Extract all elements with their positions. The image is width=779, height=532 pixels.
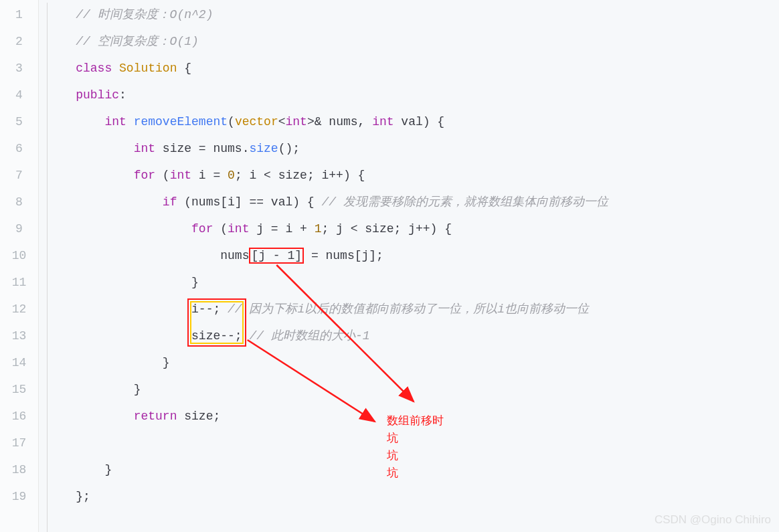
code-line: for (int j = i + 1; j < size; j++) { xyxy=(47,215,779,242)
code-line: } xyxy=(47,349,779,376)
indent-guide xyxy=(47,3,48,532)
code-line: size--; // 此时数组的大小-1 xyxy=(47,323,779,349)
code-line: class Solution { xyxy=(47,55,779,82)
annotation-text: 数组前移时 坑 坑 坑 xyxy=(387,412,444,482)
line-number: 14 xyxy=(0,349,38,376)
line-number: 16 xyxy=(0,403,38,430)
line-number: 18 xyxy=(0,456,38,483)
line-number: 1 xyxy=(0,1,38,28)
line-number: 17 xyxy=(0,430,38,456)
line-number: 12 xyxy=(0,296,38,323)
line-number: 7 xyxy=(0,162,38,189)
code-line: // 时间复杂度：O(n^2) xyxy=(47,1,779,28)
line-gutter: 1 2 3 4 5 6 7 8 9 10 11 12 13 14 15 16 1… xyxy=(0,0,39,532)
line-number: 2 xyxy=(0,28,38,55)
line-number: 3 xyxy=(0,55,38,82)
highlight-box-red: [j - 1] xyxy=(249,248,304,264)
line-number: 9 xyxy=(0,215,38,242)
line-number: 6 xyxy=(0,135,38,162)
line-number: 13 xyxy=(0,323,38,349)
code-area: // 时间复杂度：O(n^2) // 空间复杂度：O(1) class Solu… xyxy=(39,0,779,532)
code-editor: 1 2 3 4 5 6 7 8 9 10 11 12 13 14 15 16 1… xyxy=(0,0,779,532)
code-line: }; xyxy=(47,483,779,510)
line-number: 19 xyxy=(0,483,38,510)
line-number: 10 xyxy=(0,242,38,269)
code-line: } xyxy=(47,376,779,403)
line-number: 11 xyxy=(0,269,38,296)
code-line: nums[j - 1] = nums[j]; xyxy=(47,242,779,269)
line-number: 15 xyxy=(0,376,38,403)
line-number: 5 xyxy=(0,108,38,135)
line-number: 4 xyxy=(0,82,38,108)
watermark: CSDN @Ogino Chihiro xyxy=(655,513,771,527)
code-line: int removeElement(vector<int>& nums, int… xyxy=(47,108,779,135)
code-line: int size = nums.size(); xyxy=(47,135,779,162)
code-line: public: xyxy=(47,82,779,108)
code-line: i--; // 因为下标i以后的数值都向前移动了一位，所以i也向前移动一位 xyxy=(47,296,779,323)
code-line: for (int i = 0; i < size; i++) { xyxy=(47,162,779,189)
line-number: 8 xyxy=(0,189,38,215)
code-line: // 空间复杂度：O(1) xyxy=(47,28,779,55)
code-line: if (nums[i] == val) { // 发现需要移除的元素，就将数组集… xyxy=(47,189,779,215)
code-line: } xyxy=(47,269,779,296)
